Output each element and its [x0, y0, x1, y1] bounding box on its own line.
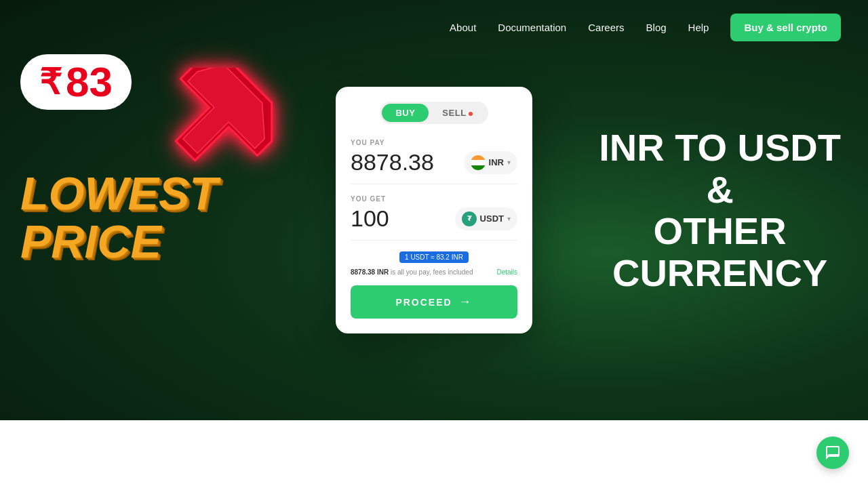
proceed-arrow-icon: → [459, 295, 473, 309]
nav-link-about[interactable]: About [450, 22, 476, 33]
chevron-down-icon: ▾ [507, 159, 511, 166]
fee-suffix: is all you pay, fees included [391, 268, 473, 276]
you-get-section: YOU GET 100 ₮ USDT ▾ [351, 195, 517, 241]
right-title-line2: & [599, 168, 841, 210]
bottom-section [0, 420, 868, 488]
right-title-line4: CURRENCY [599, 252, 841, 294]
svg-marker-1 [163, 68, 281, 176]
proceed-button[interactable]: PROCEED → [351, 285, 517, 319]
left-content: ₹ 83 [20, 54, 132, 123]
chat-support-button[interactable] [816, 436, 849, 469]
buy-sell-cta-button[interactable]: Buy & sell crypto [730, 14, 841, 41]
usdt-currency-selector[interactable]: ₮ USDT ▾ [455, 207, 517, 230]
fee-text: 8878.38 INR is all you pay, fees include… [351, 268, 473, 276]
right-text: INR TO USDT & OTHER CURRENCY [599, 127, 841, 293]
you-get-label: YOU GET [351, 195, 517, 203]
chevron-down-icon-2: ▾ [507, 215, 511, 222]
you-pay-label: YOU PAY [351, 139, 517, 146]
navbar: About Documentation Careers Blog Help Bu… [0, 0, 868, 54]
price-value: 83 [66, 61, 113, 103]
nav-link-blog[interactable]: Blog [646, 22, 667, 33]
india-flag-icon [471, 155, 486, 170]
nav-links: About Documentation Careers Blog Help Bu… [450, 14, 841, 41]
you-get-row: 100 ₮ USDT ▾ [351, 205, 517, 241]
you-pay-row: 8878.38 INR ▾ [351, 149, 517, 184]
lowest-price-text: LOWEST PRICE [20, 169, 218, 266]
you-pay-section: YOU PAY 8878.38 INR ▾ [351, 139, 517, 184]
inr-currency-selector[interactable]: INR ▾ [464, 151, 517, 174]
rupee-symbol: ₹ [39, 62, 62, 102]
price-badge: ₹ 83 [20, 54, 132, 110]
rate-badge: 1 USDT ≈ 83.2 INR [399, 251, 469, 263]
nav-link-documentation[interactable]: Documentation [498, 22, 566, 33]
you-pay-amount: 8878.38 [351, 149, 434, 176]
hero-section: About Documentation Careers Blog Help Bu… [0, 0, 868, 420]
lowest-line1: LOWEST [20, 169, 218, 218]
inr-label: INR [489, 157, 504, 167]
lowest-line2: PRICE [20, 218, 218, 266]
nav-link-careers[interactable]: Careers [588, 22, 624, 33]
usdt-icon: ₮ [462, 211, 477, 226]
usdt-label: USDT [480, 214, 504, 224]
exchange-card: BUY SELL YOU PAY 8878.38 INR ▾ YOU GET 1… [336, 87, 532, 333]
proceed-label: PROCEED [395, 297, 452, 308]
right-title-line3: OTHER [599, 210, 841, 252]
sell-tab[interactable]: SELL [429, 104, 486, 122]
right-title-line1: INR TO USDT [599, 127, 841, 169]
fee-info: 8878.38 INR is all you pay, fees include… [351, 268, 517, 276]
details-link[interactable]: Details [496, 268, 517, 276]
nav-link-help[interactable]: Help [688, 22, 709, 33]
chat-icon [825, 445, 841, 461]
arrow-graphic [163, 68, 285, 176]
buy-sell-tabs: BUY SELL [380, 102, 488, 124]
buy-tab[interactable]: BUY [382, 104, 429, 122]
you-get-amount: 100 [351, 205, 389, 232]
